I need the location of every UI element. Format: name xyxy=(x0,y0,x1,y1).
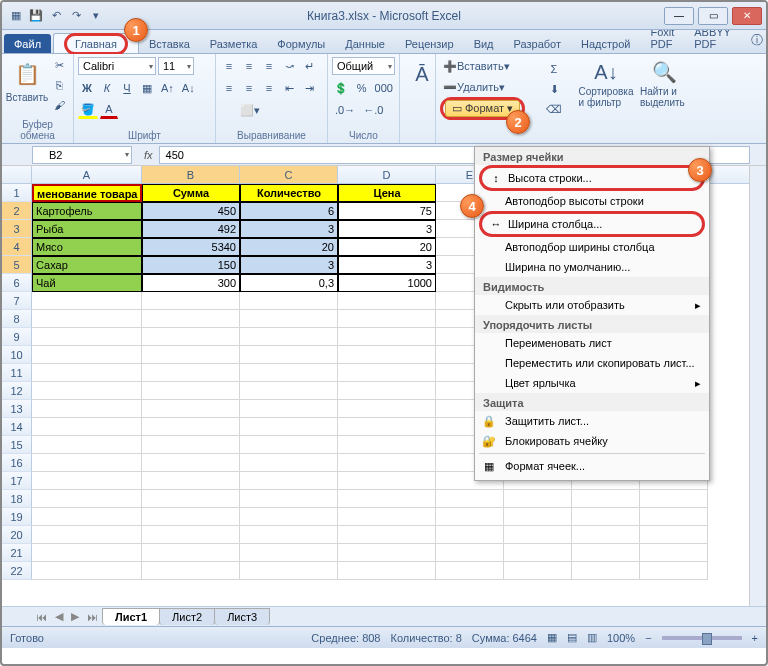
cell-A11[interactable] xyxy=(32,364,142,382)
cell-C11[interactable] xyxy=(240,364,338,382)
dd-row-height[interactable]: ↕Высота строки... xyxy=(479,165,705,191)
cell-D15[interactable] xyxy=(338,436,436,454)
cell-D5[interactable]: 3 xyxy=(338,256,436,274)
cell-B13[interactable] xyxy=(142,400,240,418)
cell-D9[interactable] xyxy=(338,328,436,346)
wrap-text-icon[interactable]: ↵ xyxy=(300,57,318,75)
cell-F22[interactable] xyxy=(504,562,572,580)
cell-C6[interactable]: 0,3 xyxy=(240,274,338,292)
cell-C15[interactable] xyxy=(240,436,338,454)
row-header-15[interactable]: 15 xyxy=(2,436,32,454)
cell-D3[interactable]: 3 xyxy=(338,220,436,238)
tab-layout[interactable]: Разметка xyxy=(200,34,268,53)
close-button[interactable]: ✕ xyxy=(732,7,762,25)
cell-A3[interactable]: Рыба xyxy=(32,220,142,238)
cell-C18[interactable] xyxy=(240,490,338,508)
save-icon[interactable]: 💾 xyxy=(28,8,44,24)
cell-A22[interactable] xyxy=(32,562,142,580)
dd-autofit-col[interactable]: Автоподбор ширины столбца xyxy=(475,237,709,257)
sheet-tab-1[interactable]: Лист1 xyxy=(102,608,160,625)
cell-B15[interactable] xyxy=(142,436,240,454)
sort-filter-button[interactable]: A↓ Сортировка и фильтр xyxy=(578,56,634,110)
column-header-B[interactable]: B xyxy=(142,166,240,183)
dd-default-width[interactable]: Ширина по умолчанию... xyxy=(475,257,709,277)
tab-insert[interactable]: Вставка xyxy=(139,34,200,53)
row-header-14[interactable]: 14 xyxy=(2,418,32,436)
cell-G20[interactable] xyxy=(572,526,640,544)
cell-A21[interactable] xyxy=(32,544,142,562)
cell-D17[interactable] xyxy=(338,472,436,490)
cell-G19[interactable] xyxy=(572,508,640,526)
cell-C20[interactable] xyxy=(240,526,338,544)
sheet-tab-2[interactable]: Лист2 xyxy=(159,608,215,625)
styles-button[interactable]: Ā xyxy=(404,56,440,94)
cell-B17[interactable] xyxy=(142,472,240,490)
help-icon[interactable]: ⓘ xyxy=(741,28,768,53)
dd-col-width[interactable]: ↔Ширина столбца... xyxy=(479,211,705,237)
sheet-nav-first[interactable]: ⏮ xyxy=(32,611,51,623)
cut-icon[interactable]: ✂ xyxy=(50,56,68,74)
italic-button[interactable]: К xyxy=(98,79,116,97)
dd-hide-show[interactable]: Скрыть или отобразить▸ xyxy=(475,295,709,315)
row-header-3[interactable]: 3 xyxy=(2,220,32,238)
cell-B2[interactable]: 450 xyxy=(142,202,240,220)
cell-B9[interactable] xyxy=(142,328,240,346)
fill-color-button[interactable]: 🪣 xyxy=(78,101,98,119)
cell-B12[interactable] xyxy=(142,382,240,400)
currency-icon[interactable]: 💲 xyxy=(332,79,351,97)
tab-review[interactable]: Рецензир xyxy=(395,34,464,53)
row-header-20[interactable]: 20 xyxy=(2,526,32,544)
cell-A9[interactable] xyxy=(32,328,142,346)
cell-D14[interactable] xyxy=(338,418,436,436)
cell-E21[interactable] xyxy=(436,544,504,562)
bold-button[interactable]: Ж xyxy=(78,79,96,97)
tab-data[interactable]: Данные xyxy=(335,34,395,53)
dd-format-cells[interactable]: ▦Формат ячеек... xyxy=(475,456,709,476)
orientation-icon[interactable]: ⤻ xyxy=(280,57,298,75)
cell-G18[interactable] xyxy=(572,490,640,508)
cell-B18[interactable] xyxy=(142,490,240,508)
cell-B20[interactable] xyxy=(142,526,240,544)
column-header-C[interactable]: C xyxy=(240,166,338,183)
vertical-scrollbar[interactable] xyxy=(749,166,766,606)
paste-button[interactable]: 📋 Вставить xyxy=(6,56,48,105)
cell-A12[interactable] xyxy=(32,382,142,400)
cell-A19[interactable] xyxy=(32,508,142,526)
cell-A14[interactable] xyxy=(32,418,142,436)
row-header-21[interactable]: 21 xyxy=(2,544,32,562)
cell-A18[interactable] xyxy=(32,490,142,508)
cell-H22[interactable] xyxy=(640,562,708,580)
cell-B11[interactable] xyxy=(142,364,240,382)
cell-C19[interactable] xyxy=(240,508,338,526)
zoom-in-button[interactable]: + xyxy=(752,632,758,644)
cell-C7[interactable] xyxy=(240,292,338,310)
cell-H20[interactable] xyxy=(640,526,708,544)
row-header-2[interactable]: 2 xyxy=(2,202,32,220)
column-header-D[interactable]: D xyxy=(338,166,436,183)
cell-C22[interactable] xyxy=(240,562,338,580)
cell-A16[interactable] xyxy=(32,454,142,472)
tab-addins[interactable]: Надстрой xyxy=(571,34,640,53)
autosum-icon[interactable]: Σ xyxy=(538,60,570,78)
select-all-corner[interactable] xyxy=(2,166,32,183)
row-header-16[interactable]: 16 xyxy=(2,454,32,472)
font-name-combo[interactable]: Calibri xyxy=(78,57,156,75)
column-header-A[interactable]: A xyxy=(32,166,142,183)
cell-B19[interactable] xyxy=(142,508,240,526)
cell-D16[interactable] xyxy=(338,454,436,472)
minimize-button[interactable]: — xyxy=(664,7,694,25)
cell-A7[interactable] xyxy=(32,292,142,310)
row-header-10[interactable]: 10 xyxy=(2,346,32,364)
cell-G21[interactable] xyxy=(572,544,640,562)
dd-rename-sheet[interactable]: Переименовать лист xyxy=(475,333,709,353)
row-header-6[interactable]: 6 xyxy=(2,274,32,292)
font-color-button[interactable]: A xyxy=(100,101,118,119)
cell-B10[interactable] xyxy=(142,346,240,364)
fill-icon[interactable]: ⬇ xyxy=(538,80,570,98)
cell-E18[interactable] xyxy=(436,490,504,508)
row-header-7[interactable]: 7 xyxy=(2,292,32,310)
font-size-combo[interactable]: 11 xyxy=(158,57,194,75)
cell-D1[interactable]: Цена xyxy=(338,184,436,202)
cell-B22[interactable] xyxy=(142,562,240,580)
row-header-4[interactable]: 4 xyxy=(2,238,32,256)
